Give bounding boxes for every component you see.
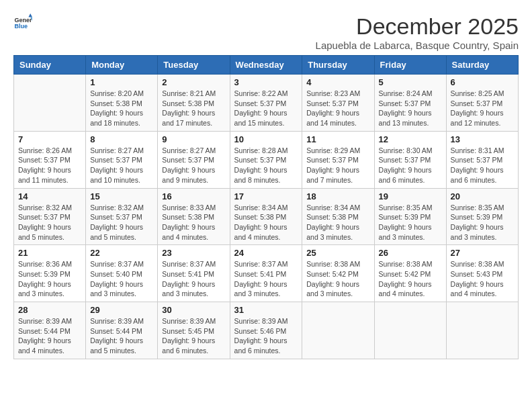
day-info: Sunrise: 8:38 AMSunset: 5:42 PMDaylight:… (379, 259, 442, 299)
calendar-cell: 31Sunrise: 8:39 AMSunset: 5:46 PMDayligh… (230, 302, 302, 359)
day-number: 21 (18, 248, 81, 258)
calendar-cell: 29Sunrise: 8:39 AMSunset: 5:44 PMDayligh… (86, 302, 158, 359)
day-number: 6 (451, 77, 514, 87)
calendar-cell (374, 302, 446, 359)
day-info: Sunrise: 8:38 AMSunset: 5:42 PMDaylight:… (306, 259, 369, 299)
day-info: Sunrise: 8:22 AMSunset: 5:37 PMDaylight:… (234, 89, 298, 128)
calendar-cell (14, 75, 86, 132)
day-number: 28 (18, 305, 81, 315)
svg-marker-2 (28, 13, 32, 17)
day-info: Sunrise: 8:39 AMSunset: 5:46 PMDaylight:… (234, 316, 298, 356)
calendar-cell: 30Sunrise: 8:39 AMSunset: 5:45 PMDayligh… (158, 302, 230, 359)
day-info: Sunrise: 8:27 AMSunset: 5:37 PMDaylight:… (90, 146, 153, 185)
calendar-cell: 25Sunrise: 8:38 AMSunset: 5:42 PMDayligh… (302, 245, 374, 302)
day-number: 13 (451, 134, 514, 144)
day-number: 29 (90, 305, 153, 315)
calendar-cell: 14Sunrise: 8:32 AMSunset: 5:37 PMDayligh… (14, 188, 86, 245)
day-number: 1 (90, 77, 153, 87)
logo: General Blue (13, 13, 32, 32)
day-number: 5 (379, 77, 442, 87)
day-number: 11 (306, 134, 369, 144)
day-info: Sunrise: 8:39 AMSunset: 5:44 PMDaylight:… (90, 316, 153, 356)
day-info: Sunrise: 8:38 AMSunset: 5:43 PMDaylight:… (451, 259, 514, 299)
calendar-cell: 7Sunrise: 8:26 AMSunset: 5:37 PMDaylight… (14, 131, 86, 188)
column-header-tuesday: Tuesday (158, 56, 230, 75)
calendar-cell: 23Sunrise: 8:37 AMSunset: 5:41 PMDayligh… (158, 245, 230, 302)
day-number: 16 (162, 191, 225, 201)
day-number: 14 (18, 191, 81, 201)
day-number: 22 (90, 248, 153, 258)
day-number: 30 (162, 305, 225, 315)
day-number: 8 (90, 134, 153, 144)
calendar-cell: 10Sunrise: 8:28 AMSunset: 5:37 PMDayligh… (230, 131, 302, 188)
calendar-week-row: 21Sunrise: 8:36 AMSunset: 5:39 PMDayligh… (14, 245, 519, 302)
day-info: Sunrise: 8:35 AMSunset: 5:39 PMDaylight:… (451, 203, 514, 242)
day-number: 17 (234, 191, 298, 201)
day-info: Sunrise: 8:39 AMSunset: 5:45 PMDaylight:… (162, 316, 225, 356)
day-number: 18 (306, 191, 369, 201)
calendar-cell (302, 302, 374, 359)
day-info: Sunrise: 8:33 AMSunset: 5:38 PMDaylight:… (162, 203, 225, 242)
calendar-cell: 21Sunrise: 8:36 AMSunset: 5:39 PMDayligh… (14, 245, 86, 302)
calendar-cell: 4Sunrise: 8:23 AMSunset: 5:37 PMDaylight… (302, 75, 374, 132)
calendar-cell: 8Sunrise: 8:27 AMSunset: 5:37 PMDaylight… (86, 131, 158, 188)
calendar-cell: 6Sunrise: 8:25 AMSunset: 5:37 PMDaylight… (446, 75, 518, 132)
day-info: Sunrise: 8:28 AMSunset: 5:37 PMDaylight:… (234, 146, 298, 185)
calendar-cell: 19Sunrise: 8:35 AMSunset: 5:39 PMDayligh… (374, 188, 446, 245)
calendar-cell: 26Sunrise: 8:38 AMSunset: 5:42 PMDayligh… (374, 245, 446, 302)
column-header-friday: Friday (374, 56, 446, 75)
day-info: Sunrise: 8:24 AMSunset: 5:37 PMDaylight:… (379, 89, 442, 128)
day-number: 27 (451, 248, 514, 258)
day-info: Sunrise: 8:34 AMSunset: 5:38 PMDaylight:… (306, 203, 369, 242)
location-title: Lapuebla de Labarca, Basque Country, Spa… (316, 40, 519, 51)
day-info: Sunrise: 8:32 AMSunset: 5:37 PMDaylight:… (90, 203, 153, 242)
day-number: 9 (162, 134, 225, 144)
column-header-sunday: Sunday (14, 56, 86, 75)
title-block: December 2025 Lapuebla de Labarca, Basqu… (316, 13, 519, 51)
day-info: Sunrise: 8:26 AMSunset: 5:37 PMDaylight:… (18, 146, 81, 185)
logo-icon: General Blue (13, 13, 32, 32)
day-info: Sunrise: 8:29 AMSunset: 5:37 PMDaylight:… (306, 146, 369, 185)
calendar-cell: 28Sunrise: 8:39 AMSunset: 5:44 PMDayligh… (14, 302, 86, 359)
day-number: 20 (451, 191, 514, 201)
svg-text:General: General (14, 17, 32, 24)
calendar-cell: 2Sunrise: 8:21 AMSunset: 5:38 PMDaylight… (158, 75, 230, 132)
day-info: Sunrise: 8:30 AMSunset: 5:37 PMDaylight:… (379, 146, 442, 185)
day-info: Sunrise: 8:35 AMSunset: 5:39 PMDaylight:… (379, 203, 442, 242)
day-info: Sunrise: 8:37 AMSunset: 5:41 PMDaylight:… (162, 259, 225, 299)
day-info: Sunrise: 8:37 AMSunset: 5:40 PMDaylight:… (90, 259, 153, 299)
calendar-cell: 1Sunrise: 8:20 AMSunset: 5:38 PMDaylight… (86, 75, 158, 132)
day-number: 15 (90, 191, 153, 201)
calendar-week-row: 1Sunrise: 8:20 AMSunset: 5:38 PMDaylight… (14, 75, 519, 132)
day-number: 19 (379, 191, 442, 201)
day-number: 26 (379, 248, 442, 258)
day-number: 2 (162, 77, 225, 87)
calendar-header-row: SundayMondayTuesdayWednesdayThursdayFrid… (14, 56, 519, 75)
calendar-cell: 11Sunrise: 8:29 AMSunset: 5:37 PMDayligh… (302, 131, 374, 188)
day-info: Sunrise: 8:21 AMSunset: 5:38 PMDaylight:… (162, 89, 225, 128)
column-header-saturday: Saturday (446, 56, 518, 75)
day-number: 4 (306, 77, 369, 87)
calendar-week-row: 7Sunrise: 8:26 AMSunset: 5:37 PMDaylight… (14, 131, 519, 188)
month-title: December 2025 (316, 13, 519, 40)
svg-text:Blue: Blue (14, 23, 28, 30)
calendar-cell: 5Sunrise: 8:24 AMSunset: 5:37 PMDaylight… (374, 75, 446, 132)
day-number: 23 (162, 248, 225, 258)
day-info: Sunrise: 8:34 AMSunset: 5:38 PMDaylight:… (234, 203, 298, 242)
calendar-cell: 27Sunrise: 8:38 AMSunset: 5:43 PMDayligh… (446, 245, 518, 302)
day-number: 25 (306, 248, 369, 258)
day-info: Sunrise: 8:20 AMSunset: 5:38 PMDaylight:… (90, 89, 153, 128)
day-info: Sunrise: 8:31 AMSunset: 5:37 PMDaylight:… (451, 146, 514, 185)
day-number: 12 (379, 134, 442, 144)
calendar-cell: 3Sunrise: 8:22 AMSunset: 5:37 PMDaylight… (230, 75, 302, 132)
calendar-cell: 17Sunrise: 8:34 AMSunset: 5:38 PMDayligh… (230, 188, 302, 245)
day-number: 10 (234, 134, 298, 144)
calendar-cell: 24Sunrise: 8:37 AMSunset: 5:41 PMDayligh… (230, 245, 302, 302)
column-header-wednesday: Wednesday (230, 56, 302, 75)
column-header-monday: Monday (86, 56, 158, 75)
calendar-week-row: 14Sunrise: 8:32 AMSunset: 5:37 PMDayligh… (14, 188, 519, 245)
day-info: Sunrise: 8:23 AMSunset: 5:37 PMDaylight:… (306, 89, 369, 128)
calendar-cell: 13Sunrise: 8:31 AMSunset: 5:37 PMDayligh… (446, 131, 518, 188)
calendar-cell: 22Sunrise: 8:37 AMSunset: 5:40 PMDayligh… (86, 245, 158, 302)
day-info: Sunrise: 8:39 AMSunset: 5:44 PMDaylight:… (18, 316, 81, 356)
